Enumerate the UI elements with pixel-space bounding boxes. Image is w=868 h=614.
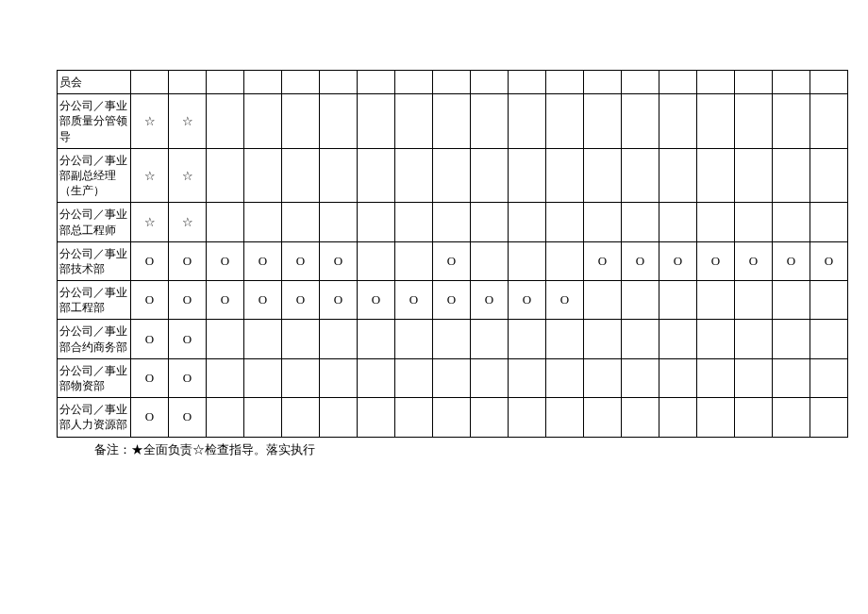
matrix-cell xyxy=(471,320,509,358)
matrix-cell xyxy=(433,398,471,437)
matrix-cell xyxy=(697,398,735,437)
matrix-cell xyxy=(584,203,622,241)
matrix-cell xyxy=(697,148,735,203)
matrix-cell: O xyxy=(471,281,509,320)
row-label: 分公司／事业部质量分管领导 xyxy=(58,94,131,149)
matrix-cell xyxy=(358,241,395,280)
matrix-cell xyxy=(735,148,773,203)
matrix-cell xyxy=(622,94,659,149)
matrix-cell xyxy=(509,203,546,241)
matrix-cell: O xyxy=(131,281,169,320)
matrix-cell xyxy=(320,203,358,241)
row-label: 分公司／事业部物资部 xyxy=(58,358,131,397)
matrix-cell xyxy=(358,320,395,358)
matrix-cell xyxy=(697,281,735,320)
matrix-cell xyxy=(282,71,320,94)
matrix-cell xyxy=(244,71,282,94)
table-row: 分公司／事业部技术部OOOOOOOOOOOOOO xyxy=(58,241,848,280)
matrix-cell: O xyxy=(320,281,358,320)
row-label: 分公司／事业部工程部 xyxy=(58,281,131,320)
matrix-cell xyxy=(659,203,697,241)
matrix-cell: O xyxy=(735,241,773,280)
matrix-cell xyxy=(735,358,773,397)
matrix-cell xyxy=(358,94,395,149)
matrix-cell xyxy=(546,241,584,280)
matrix-cell xyxy=(584,398,622,437)
matrix-cell xyxy=(546,148,584,203)
matrix-cell xyxy=(207,203,244,241)
matrix-cell xyxy=(546,358,584,397)
matrix-cell xyxy=(622,358,659,397)
matrix-cell xyxy=(735,320,773,358)
matrix-cell xyxy=(773,398,810,437)
matrix-cell xyxy=(282,148,320,203)
row-label: 分公司／事业部技术部 xyxy=(58,241,131,280)
matrix-cell xyxy=(810,148,848,203)
table-row: 分公司／事业部总工程师☆☆ xyxy=(58,203,848,241)
matrix-cell xyxy=(395,358,433,397)
matrix-cell xyxy=(395,71,433,94)
matrix-cell xyxy=(546,94,584,149)
matrix-cell: O xyxy=(509,281,546,320)
matrix-cell xyxy=(282,320,320,358)
matrix-cell: ☆ xyxy=(131,148,169,203)
matrix-cell xyxy=(697,94,735,149)
table-row: 分公司／事业部副总经理（生产）☆☆ xyxy=(58,148,848,203)
matrix-cell xyxy=(358,203,395,241)
matrix-cell xyxy=(471,203,509,241)
matrix-cell xyxy=(433,94,471,149)
row-label: 员会 xyxy=(58,71,131,94)
matrix-cell xyxy=(471,94,509,149)
matrix-cell xyxy=(546,71,584,94)
matrix-cell xyxy=(659,148,697,203)
matrix-cell: ☆ xyxy=(169,94,207,149)
matrix-cell xyxy=(471,241,509,280)
matrix-cell xyxy=(433,148,471,203)
matrix-cell: O xyxy=(244,281,282,320)
matrix-cell xyxy=(622,398,659,437)
matrix-cell: O xyxy=(244,241,282,280)
matrix-cell xyxy=(584,71,622,94)
matrix-cell xyxy=(659,281,697,320)
matrix-cell xyxy=(244,148,282,203)
matrix-cell xyxy=(622,148,659,203)
matrix-cell xyxy=(659,71,697,94)
row-label: 分公司／事业部副总经理（生产） xyxy=(58,148,131,203)
matrix-cell xyxy=(773,281,810,320)
matrix-cell xyxy=(244,398,282,437)
matrix-cell: O xyxy=(433,241,471,280)
matrix-cell xyxy=(810,203,848,241)
matrix-cell xyxy=(358,358,395,397)
matrix-cell xyxy=(395,148,433,203)
matrix-cell: O xyxy=(169,320,207,358)
matrix-cell xyxy=(207,148,244,203)
matrix-cell xyxy=(207,320,244,358)
matrix-cell xyxy=(395,203,433,241)
matrix-cell xyxy=(546,320,584,358)
matrix-cell xyxy=(659,320,697,358)
matrix-cell: ☆ xyxy=(131,203,169,241)
matrix-cell xyxy=(320,71,358,94)
matrix-cell xyxy=(244,94,282,149)
matrix-cell: O xyxy=(697,241,735,280)
matrix-cell xyxy=(584,320,622,358)
matrix-cell xyxy=(207,94,244,149)
matrix-cell xyxy=(773,320,810,358)
matrix-cell xyxy=(244,358,282,397)
matrix-cell xyxy=(358,398,395,437)
table-row: 员会 xyxy=(58,71,848,94)
matrix-cell xyxy=(471,358,509,397)
matrix-cell xyxy=(509,241,546,280)
matrix-cell: O xyxy=(358,281,395,320)
matrix-cell xyxy=(622,281,659,320)
responsibility-matrix-table: 员会分公司／事业部质量分管领导☆☆分公司／事业部副总经理（生产）☆☆分公司／事业… xyxy=(57,70,848,438)
matrix-cell: ☆ xyxy=(169,203,207,241)
matrix-cell xyxy=(395,398,433,437)
matrix-cell xyxy=(735,281,773,320)
matrix-body: 员会分公司／事业部质量分管领导☆☆分公司／事业部副总经理（生产）☆☆分公司／事业… xyxy=(58,71,848,438)
matrix-cell xyxy=(433,358,471,397)
matrix-cell xyxy=(810,94,848,149)
matrix-cell: O xyxy=(810,241,848,280)
matrix-cell xyxy=(697,203,735,241)
matrix-cell xyxy=(320,358,358,397)
